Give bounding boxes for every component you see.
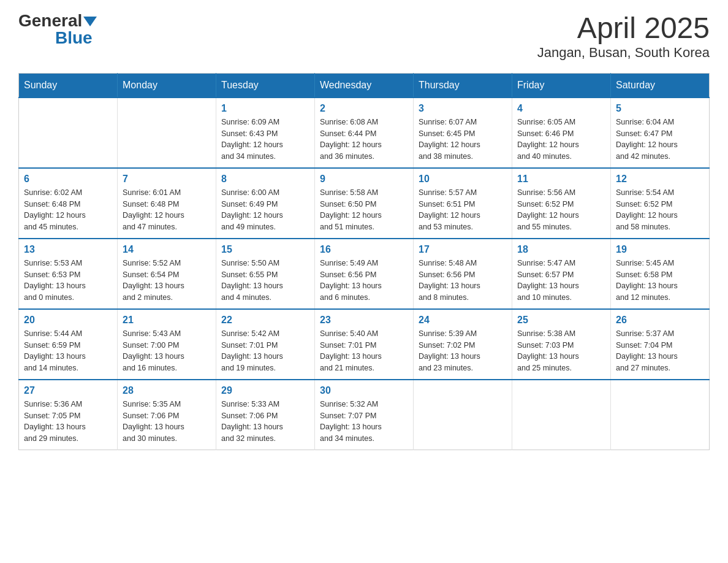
day-info: Sunrise: 6:05 AMSunset: 6:46 PMDaylight:…: [517, 117, 605, 163]
calendar-cell: 19Sunrise: 5:45 AMSunset: 6:58 PMDayligh…: [611, 239, 710, 309]
calendar-week-4: 20Sunrise: 5:44 AMSunset: 6:59 PMDayligh…: [19, 309, 710, 380]
calendar-cell: 10Sunrise: 5:57 AMSunset: 6:51 PMDayligh…: [414, 168, 512, 239]
page-header: General Blue April 2025 Jangan, Busan, S…: [18, 12, 710, 61]
day-info: Sunrise: 5:33 AMSunset: 7:06 PMDaylight:…: [221, 399, 309, 445]
day-info: Sunrise: 5:54 AMSunset: 6:52 PMDaylight:…: [616, 187, 704, 233]
calendar-cell: 21Sunrise: 5:43 AMSunset: 7:00 PMDayligh…: [118, 309, 216, 380]
day-info: Sunrise: 6:00 AMSunset: 6:49 PMDaylight:…: [221, 187, 309, 233]
page-title: April 2025: [537, 12, 710, 45]
calendar-cell: 16Sunrise: 5:49 AMSunset: 6:56 PMDayligh…: [315, 239, 414, 309]
day-info: Sunrise: 5:39 AMSunset: 7:02 PMDaylight:…: [419, 328, 507, 374]
day-number: 9: [320, 174, 408, 185]
calendar-cell: 25Sunrise: 5:38 AMSunset: 7:03 PMDayligh…: [512, 309, 611, 380]
calendar-cell: [118, 98, 216, 168]
day-info: Sunrise: 5:45 AMSunset: 6:58 PMDaylight:…: [616, 258, 704, 304]
day-number: 26: [616, 315, 704, 326]
calendar-cell: [611, 380, 710, 450]
day-number: 17: [419, 244, 507, 255]
day-number: 11: [517, 174, 605, 185]
day-number: 27: [24, 385, 112, 396]
day-number: 13: [24, 244, 112, 255]
logo-blue: Blue: [55, 29, 93, 47]
calendar-cell: 3Sunrise: 6:07 AMSunset: 6:45 PMDaylight…: [414, 98, 512, 168]
day-info: Sunrise: 5:44 AMSunset: 6:59 PMDaylight:…: [24, 328, 112, 374]
calendar-cell: 11Sunrise: 5:56 AMSunset: 6:52 PMDayligh…: [512, 168, 611, 239]
day-number: 5: [616, 103, 704, 114]
day-number: 30: [320, 385, 408, 396]
day-number: 22: [221, 315, 309, 326]
day-info: Sunrise: 5:58 AMSunset: 6:50 PMDaylight:…: [320, 187, 408, 233]
calendar-cell: 2Sunrise: 6:08 AMSunset: 6:44 PMDaylight…: [315, 98, 414, 168]
day-number: 21: [123, 315, 211, 326]
day-info: Sunrise: 5:49 AMSunset: 6:56 PMDaylight:…: [320, 258, 408, 304]
day-number: 24: [419, 315, 507, 326]
calendar-cell: 26Sunrise: 5:37 AMSunset: 7:04 PMDayligh…: [611, 309, 710, 380]
calendar-cell: 27Sunrise: 5:36 AMSunset: 7:05 PMDayligh…: [19, 380, 118, 450]
calendar-cell: 9Sunrise: 5:58 AMSunset: 6:50 PMDaylight…: [315, 168, 414, 239]
day-info: Sunrise: 5:36 AMSunset: 7:05 PMDaylight:…: [24, 399, 112, 445]
logo: General Blue: [18, 12, 97, 47]
calendar-cell: 15Sunrise: 5:50 AMSunset: 6:55 PMDayligh…: [216, 239, 315, 309]
calendar-cell: [512, 380, 611, 450]
day-number: 7: [123, 174, 211, 185]
calendar-week-3: 13Sunrise: 5:53 AMSunset: 6:53 PMDayligh…: [19, 239, 710, 309]
calendar-week-1: 1Sunrise: 6:09 AMSunset: 6:43 PMDaylight…: [19, 98, 710, 168]
day-info: Sunrise: 5:53 AMSunset: 6:53 PMDaylight:…: [24, 258, 112, 304]
day-number: 23: [320, 315, 408, 326]
calendar-cell: 7Sunrise: 6:01 AMSunset: 6:48 PMDaylight…: [118, 168, 216, 239]
calendar-cell: 6Sunrise: 6:02 AMSunset: 6:48 PMDaylight…: [19, 168, 118, 239]
calendar-cell: 14Sunrise: 5:52 AMSunset: 6:54 PMDayligh…: [118, 239, 216, 309]
day-number: 18: [517, 244, 605, 255]
calendar-week-5: 27Sunrise: 5:36 AMSunset: 7:05 PMDayligh…: [19, 380, 710, 450]
day-number: 10: [419, 174, 507, 185]
calendar-cell: 23Sunrise: 5:40 AMSunset: 7:01 PMDayligh…: [315, 309, 414, 380]
day-number: 25: [517, 315, 605, 326]
day-info: Sunrise: 6:07 AMSunset: 6:45 PMDaylight:…: [419, 117, 507, 163]
day-number: 28: [123, 385, 211, 396]
calendar-cell: 17Sunrise: 5:48 AMSunset: 6:56 PMDayligh…: [414, 239, 512, 309]
day-number: 4: [517, 103, 605, 114]
svg-marker-0: [83, 17, 97, 26]
day-number: 16: [320, 244, 408, 255]
day-number: 14: [123, 244, 211, 255]
day-info: Sunrise: 5:48 AMSunset: 6:56 PMDaylight:…: [419, 258, 507, 304]
day-info: Sunrise: 5:52 AMSunset: 6:54 PMDaylight:…: [123, 258, 211, 304]
title-block: April 2025 Jangan, Busan, South Korea: [537, 12, 710, 61]
calendar-cell: 24Sunrise: 5:39 AMSunset: 7:02 PMDayligh…: [414, 309, 512, 380]
page-subtitle: Jangan, Busan, South Korea: [537, 45, 710, 61]
calendar-cell: 30Sunrise: 5:32 AMSunset: 7:07 PMDayligh…: [315, 380, 414, 450]
calendar-cell: 13Sunrise: 5:53 AMSunset: 6:53 PMDayligh…: [19, 239, 118, 309]
day-info: Sunrise: 5:56 AMSunset: 6:52 PMDaylight:…: [517, 187, 605, 233]
day-info: Sunrise: 5:57 AMSunset: 6:51 PMDaylight:…: [419, 187, 507, 233]
day-number: 20: [24, 315, 112, 326]
day-info: Sunrise: 5:40 AMSunset: 7:01 PMDaylight:…: [320, 328, 408, 374]
day-info: Sunrise: 5:32 AMSunset: 7:07 PMDaylight:…: [320, 399, 408, 445]
calendar-cell: 1Sunrise: 6:09 AMSunset: 6:43 PMDaylight…: [216, 98, 315, 168]
calendar-cell: 12Sunrise: 5:54 AMSunset: 6:52 PMDayligh…: [611, 168, 710, 239]
calendar-cell: 8Sunrise: 6:00 AMSunset: 6:49 PMDaylight…: [216, 168, 315, 239]
calendar-week-2: 6Sunrise: 6:02 AMSunset: 6:48 PMDaylight…: [19, 168, 710, 239]
day-info: Sunrise: 5:35 AMSunset: 7:06 PMDaylight:…: [123, 399, 211, 445]
calendar-cell: 22Sunrise: 5:42 AMSunset: 7:01 PMDayligh…: [216, 309, 315, 380]
day-number: 1: [221, 103, 309, 114]
day-number: 19: [616, 244, 704, 255]
calendar-cell: [414, 380, 512, 450]
calendar-header-monday: Monday: [118, 73, 216, 98]
day-number: 12: [616, 174, 704, 185]
calendar-cell: [19, 98, 118, 168]
day-number: 2: [320, 103, 408, 114]
day-info: Sunrise: 5:37 AMSunset: 7:04 PMDaylight:…: [616, 328, 704, 374]
day-number: 8: [221, 174, 309, 185]
day-number: 29: [221, 385, 309, 396]
calendar-header-tuesday: Tuesday: [216, 73, 315, 98]
calendar-header-friday: Friday: [512, 73, 611, 98]
day-info: Sunrise: 6:01 AMSunset: 6:48 PMDaylight:…: [123, 187, 211, 233]
day-number: 15: [221, 244, 309, 255]
calendar-cell: 29Sunrise: 5:33 AMSunset: 7:06 PMDayligh…: [216, 380, 315, 450]
day-info: Sunrise: 5:50 AMSunset: 6:55 PMDaylight:…: [221, 258, 309, 304]
calendar-header-row: SundayMondayTuesdayWednesdayThursdayFrid…: [19, 73, 710, 98]
calendar-cell: 20Sunrise: 5:44 AMSunset: 6:59 PMDayligh…: [19, 309, 118, 380]
day-info: Sunrise: 5:47 AMSunset: 6:57 PMDaylight:…: [517, 258, 605, 304]
logo-general: General: [18, 12, 82, 29]
calendar-header-sunday: Sunday: [19, 73, 118, 98]
